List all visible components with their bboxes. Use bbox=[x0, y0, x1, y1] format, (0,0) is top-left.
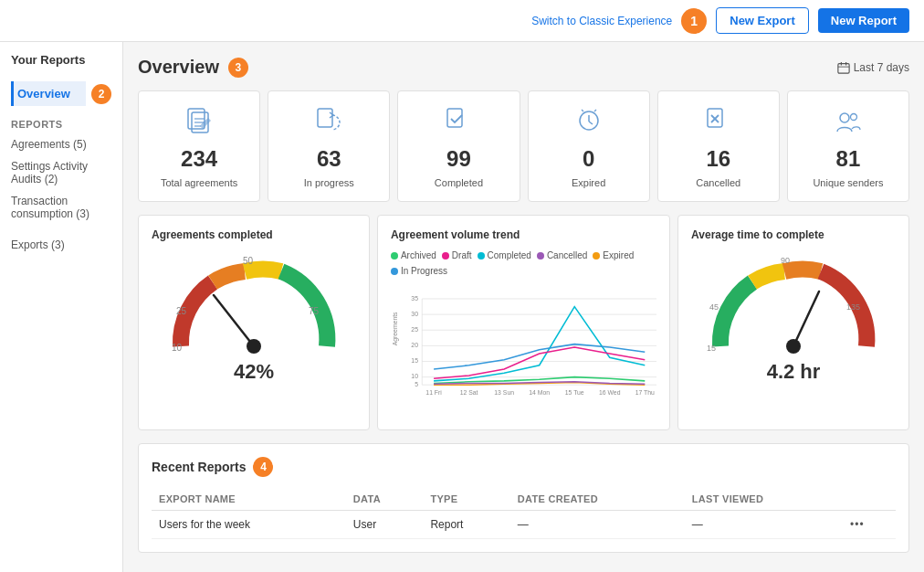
col-date-created: DATE CREATED bbox=[510, 488, 685, 511]
legend-expired: Expired bbox=[593, 250, 634, 260]
agreements-icon bbox=[181, 104, 217, 141]
stat-senders: 81 Unique senders bbox=[787, 90, 909, 202]
sidebar-item-exports[interactable]: Exports (3) bbox=[0, 234, 122, 256]
sidebar: Your Reports Overview 2 REPORTS Agreemen… bbox=[0, 42, 123, 572]
svg-line-54 bbox=[793, 291, 819, 346]
switch-link[interactable]: Switch to Classic Experience bbox=[531, 15, 672, 27]
svg-text:135: 135 bbox=[846, 302, 860, 312]
svg-text:15: 15 bbox=[411, 357, 418, 364]
gauge1-svg: 10 25 50 75 bbox=[163, 250, 345, 369]
row-actions-menu[interactable]: ••• bbox=[850, 518, 865, 531]
stat-senders-label: Unique senders bbox=[813, 177, 883, 188]
main-layout: Your Reports Overview 2 REPORTS Agreemen… bbox=[0, 42, 924, 572]
svg-text:15: 15 bbox=[707, 344, 716, 353]
svg-line-15 bbox=[594, 110, 596, 111]
svg-text:Agreements: Agreements bbox=[392, 312, 399, 345]
agreements-completed-card: Agreements completed 10 25 50 75 bbox=[138, 215, 370, 430]
legend-draft: Draft bbox=[442, 250, 472, 260]
sidebar-title: Your Reports bbox=[0, 53, 122, 76]
stat-total-agreements: 234 Total agreements bbox=[138, 90, 260, 202]
col-export-name: EXPORT NAME bbox=[152, 488, 346, 511]
stat-cancelled-label: Cancelled bbox=[696, 177, 740, 188]
stat-expired-label: Expired bbox=[572, 177, 605, 188]
svg-point-19 bbox=[840, 113, 849, 122]
stat-cancelled: 16 Cancelled bbox=[657, 90, 780, 202]
stat-total-number: 234 bbox=[181, 146, 217, 172]
cell-data: User bbox=[346, 511, 424, 539]
col-data: DATA bbox=[346, 488, 424, 511]
recent-reports-header: Recent Reports 4 bbox=[152, 457, 896, 477]
stat-inprogress: 63 In progress bbox=[268, 90, 390, 202]
svg-text:10: 10 bbox=[411, 373, 418, 379]
col-last-viewed: LAST VIEWED bbox=[685, 488, 843, 511]
legend-completed: Completed bbox=[478, 250, 531, 260]
gauge1-value: 42% bbox=[234, 360, 274, 384]
svg-point-55 bbox=[786, 339, 801, 354]
stat-cancelled-number: 16 bbox=[706, 146, 730, 172]
stat-senders-number: 81 bbox=[836, 146, 861, 172]
top-bar: Switch to Classic Experience 1 New Expor… bbox=[0, 0, 924, 42]
legend-cancelled: Cancelled bbox=[537, 250, 587, 260]
svg-text:14 Mon: 14 Mon bbox=[529, 389, 550, 396]
main-content: Overview 3 Last 7 days 234 Total agreeme… bbox=[123, 42, 924, 572]
stat-expired: 0 Expired bbox=[528, 90, 650, 202]
charts-row: Agreements completed 10 25 50 75 bbox=[138, 215, 909, 430]
new-report-button[interactable]: New Report bbox=[818, 8, 909, 33]
badge-2: 2 bbox=[91, 84, 111, 104]
svg-text:25: 25 bbox=[176, 306, 187, 316]
svg-text:30: 30 bbox=[411, 311, 418, 317]
svg-point-26 bbox=[247, 339, 261, 354]
sidebar-item-transaction[interactable]: Transaction consumption (3) bbox=[0, 190, 122, 225]
svg-line-13 bbox=[589, 122, 593, 124]
recent-reports-card: Recent Reports 4 EXPORT NAME DATA TYPE D… bbox=[138, 443, 909, 553]
inprogress-icon bbox=[310, 104, 347, 141]
reports-section-label: REPORTS bbox=[0, 111, 122, 133]
new-export-button[interactable]: New Export bbox=[716, 7, 809, 34]
volume-trend-title: Agreement volume trend bbox=[391, 228, 656, 241]
stat-completed-label: Completed bbox=[435, 177, 483, 188]
cell-type: Report bbox=[423, 511, 509, 539]
svg-text:16 Wed: 16 Wed bbox=[599, 389, 621, 396]
agreements-completed-title: Agreements completed bbox=[152, 228, 356, 241]
svg-text:25: 25 bbox=[411, 326, 418, 333]
date-range: Last 7 days bbox=[837, 61, 909, 74]
sidebar-item-agreements[interactable]: Agreements (5) bbox=[0, 133, 122, 155]
svg-text:5: 5 bbox=[415, 381, 418, 387]
svg-text:17 Thu: 17 Thu bbox=[635, 389, 655, 396]
completed-icon bbox=[440, 104, 477, 141]
svg-text:11 Fri: 11 Fri bbox=[425, 389, 442, 396]
calendar-icon bbox=[837, 61, 850, 74]
page-title: Overview bbox=[138, 57, 219, 78]
svg-rect-0 bbox=[838, 63, 849, 73]
stat-inprogress-number: 63 bbox=[317, 146, 341, 172]
stat-expired-number: 0 bbox=[583, 146, 594, 172]
svg-text:13 Sun: 13 Sun bbox=[494, 389, 514, 396]
svg-text:50: 50 bbox=[243, 256, 254, 266]
avg-time-card: Average time to complete 15 45 90 135 bbox=[677, 215, 909, 430]
svg-text:10: 10 bbox=[172, 343, 183, 353]
gauge2-value: 4.2 hr bbox=[767, 360, 821, 384]
sidebar-item-settings[interactable]: Settings Activity Audits (2) bbox=[0, 155, 122, 190]
col-type: TYPE bbox=[423, 488, 509, 511]
svg-text:45: 45 bbox=[709, 302, 719, 312]
svg-text:75: 75 bbox=[309, 306, 320, 316]
gauge2-svg: 15 45 90 135 bbox=[702, 250, 885, 369]
svg-point-20 bbox=[850, 114, 856, 121]
reports-table: EXPORT NAME DATA TYPE DATE CREATED LAST … bbox=[152, 488, 896, 539]
stat-completed: 99 Completed bbox=[397, 90, 520, 202]
line-chart-svg: 35 30 25 20 15 10 5 Agreements 11 Fri 12… bbox=[391, 281, 656, 414]
legend-archived: Archived bbox=[391, 250, 436, 260]
svg-text:90: 90 bbox=[781, 256, 790, 265]
stat-inprogress-label: In progress bbox=[304, 177, 354, 188]
table-row: Users for the week User Report — — ••• bbox=[152, 511, 896, 539]
table-header-row: EXPORT NAME DATA TYPE DATE CREATED LAST … bbox=[152, 488, 896, 511]
svg-text:20: 20 bbox=[411, 342, 418, 348]
svg-text:35: 35 bbox=[411, 295, 418, 302]
svg-text:12 Sat: 12 Sat bbox=[460, 389, 478, 396]
cell-export-name: Users for the week bbox=[152, 511, 346, 539]
sidebar-item-overview[interactable]: Overview bbox=[11, 81, 86, 106]
senders-icon bbox=[830, 104, 866, 141]
cell-date-created: — bbox=[510, 511, 685, 539]
badge-1: 1 bbox=[681, 8, 707, 34]
cell-last-viewed: — bbox=[685, 511, 843, 539]
